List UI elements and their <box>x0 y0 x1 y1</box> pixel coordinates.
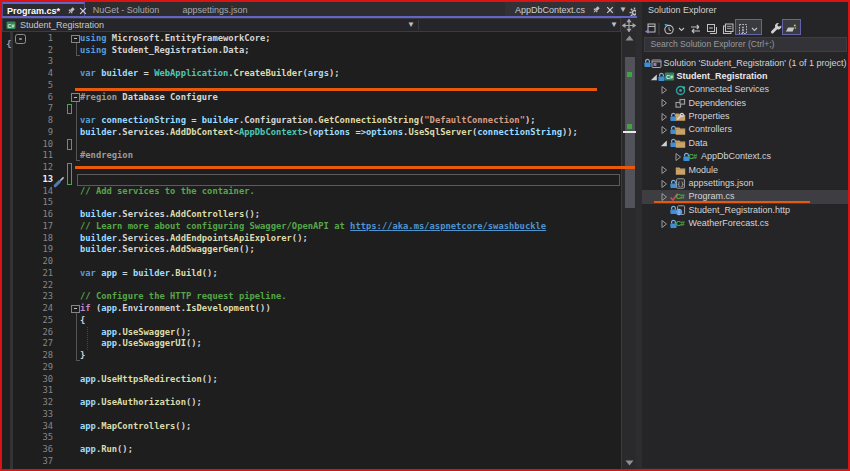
code-token-lo: app <box>80 421 96 431</box>
line-number: 1 <box>2 33 53 45</box>
tab-appdbcontext-preview[interactable]: AppDbContext.cs <box>505 2 615 17</box>
tree-item-connected-services[interactable]: Connected Services <box>642 83 848 96</box>
code-line[interactable]: { <box>80 315 85 327</box>
code-token-pl: (); <box>175 421 191 431</box>
code-line[interactable]: app.UseSwaggerUI(); <box>80 338 202 350</box>
line-number: 34 <box>2 421 53 433</box>
line-number: 20 <box>2 256 53 268</box>
tab-program-cs[interactable]: Program.cs* <box>2 2 85 17</box>
code-line[interactable]: builder.Services.AddDbContext<AppDbConte… <box>80 127 578 139</box>
code-token-lo: connectionString <box>96 115 186 125</box>
pin-icon[interactable] <box>67 5 76 16</box>
code-token-m: UseAuthorization <box>101 397 186 407</box>
tab-nuget-solution[interactable]: NuGet - Solution <box>86 2 166 17</box>
scroll-down-arrow-icon[interactable] <box>622 460 637 467</box>
code-token-pl: Microsoft.EntityFrameworkCore; <box>106 33 270 43</box>
editor-vertical-scrollbar[interactable] <box>621 32 636 470</box>
pin-icon[interactable] <box>591 4 601 15</box>
code-token-pl: .Configuration. <box>239 115 318 125</box>
expander-collapsed-icon[interactable] <box>659 165 670 176</box>
fold-collapse-box[interactable] <box>71 305 80 314</box>
scroll-up-arrow-icon[interactable] <box>622 35 637 42</box>
code-line[interactable]: // Learn more about configuring Swagger/… <box>80 221 546 233</box>
tree-item-module[interactable]: Module <box>642 164 848 177</box>
tab-list-chevron-down-icon[interactable]: ▼ <box>617 3 629 17</box>
code-line[interactable]: } <box>80 350 85 362</box>
search-placeholder: Search Solution Explorer (Ctrl+;) <box>651 38 775 51</box>
code-token-m: MapControllers <box>101 421 175 431</box>
code-token-pl: (); <box>202 374 218 384</box>
code-line[interactable]: var builder = WebApplication.CreateBuild… <box>80 68 340 80</box>
code-line[interactable]: #region Database Configure <box>80 92 218 104</box>
tree-item-appsettings-json[interactable]: {}appsettings.json <box>642 177 848 190</box>
tree-item-student-registration-http[interactable]: Student_Registration.http <box>642 204 848 217</box>
code-line[interactable]: var connectionString = builder.Configura… <box>80 115 536 127</box>
tab-appsettings-json[interactable]: appsettings.json <box>169 2 261 17</box>
code-line[interactable]: var app = builder.Build(); <box>80 268 218 280</box>
code-line[interactable]: builder.Services.AddSwaggerGen(); <box>80 244 255 256</box>
code-line[interactable]: app.MapControllers(); <box>80 421 191 433</box>
expander-collapsed-icon[interactable] <box>659 98 670 109</box>
screwdriver-quick-action-icon[interactable] <box>53 174 65 192</box>
navbar-project-dropdown-label[interactable]: Student_Registration <box>20 20 104 30</box>
code-line[interactable]: app.Run(); <box>80 444 133 456</box>
active-tab-accent-line <box>2 16 637 18</box>
code-token-kw: using <box>80 45 106 55</box>
code-token-lo: builder <box>80 209 117 219</box>
line-number: 31 <box>2 385 53 397</box>
tree-item-label: Controllers <box>689 123 733 136</box>
code-line[interactable]: app.UseAuthorization(); <box>80 397 202 409</box>
tree-item-solution-student-registration-1-of-1-project[interactable]: Solution 'Student_Registration' (1 of 1 … <box>642 57 848 70</box>
code-token-m: IsDevelopment <box>186 303 255 313</box>
tree-item-properties[interactable]: Properties <box>642 110 848 123</box>
tree-item-student-registration[interactable]: C#Student_Registration <box>642 70 848 83</box>
code-token-cm: // Add services to the container. <box>80 186 255 196</box>
tree-item-appdbcontext-cs[interactable]: C#AppDbContext.cs <box>642 150 848 163</box>
change-tracking-bar <box>67 139 72 149</box>
line-number: 36 <box>2 444 53 456</box>
code-line[interactable]: using Microsoft.EntityFrameworkCore; <box>80 33 271 45</box>
annotation-line-region-end <box>75 166 635 169</box>
tree-item-dependencies[interactable]: Dependencies <box>642 97 848 110</box>
chevron-down-icon[interactable]: ▼ <box>609 19 619 31</box>
line-number: 10 <box>2 139 53 151</box>
code-line[interactable]: app.UseSwagger(); <box>80 327 191 339</box>
line-number: 23 <box>2 291 53 303</box>
code-line[interactable]: // Configure the HTTP request pipeline. <box>80 291 287 303</box>
move-cross-icon[interactable] <box>622 19 636 32</box>
code-line[interactable]: app.UseHttpsRedirection(); <box>80 374 218 386</box>
annotation-underline-program-cs <box>654 201 810 204</box>
tree-item-weatherforecast-cs[interactable]: C#WeatherForecast.cs <box>642 217 848 230</box>
code-line[interactable]: #endregion <box>80 150 133 162</box>
editor-navigation-bar[interactable]: C# Student_Registration ▼ ▼ <box>2 18 621 32</box>
code-line[interactable]: // Add services to the container. <box>80 186 255 198</box>
code-editor[interactable]: { 12345678910111213141516171819202122232… <box>2 32 621 470</box>
code-line[interactable]: builder.Services.AddEndpointsApiExplorer… <box>80 233 308 245</box>
code-token-m: Build <box>175 268 201 278</box>
line-number: 22 <box>2 280 53 292</box>
close-icon[interactable] <box>605 4 615 15</box>
annotation-line-region-start <box>75 88 597 91</box>
code-token-pl: { <box>80 315 85 325</box>
code-token-pl: => <box>350 127 366 137</box>
fold-collapse-box[interactable] <box>71 35 80 44</box>
expander-collapsed-icon[interactable] <box>659 85 670 96</box>
code-token-reg: Database Configure <box>117 92 218 102</box>
code-token-pre: #endregion <box>80 150 133 160</box>
tree-item-controllers[interactable]: Controllers <box>642 123 848 136</box>
code-line[interactable]: builder.Services.AddControllers(); <box>80 209 260 221</box>
code-token-pl: (); <box>239 244 255 254</box>
chevron-down-icon[interactable]: ▼ <box>406 19 416 31</box>
code-token-m: UseHttpsRedirection <box>101 374 202 384</box>
code-token-lo: builder <box>80 233 117 243</box>
code-line[interactable]: using Student_Registration.Data; <box>80 45 249 57</box>
caret-line-box <box>77 174 620 186</box>
line-number: 18 <box>2 233 53 245</box>
fold-collapse-box[interactable] <box>71 93 80 102</box>
code-token-pl: = <box>117 268 133 278</box>
tree-item-data[interactable]: Data <box>642 137 848 150</box>
line-number: 33 <box>2 409 53 421</box>
code-line[interactable]: if (app.Environment.IsDevelopment()) <box>80 303 271 315</box>
code-token-lo: app <box>101 338 117 348</box>
solution-explorer-search-box[interactable]: Search Solution Explorer (Ctrl+;) <box>644 37 847 52</box>
